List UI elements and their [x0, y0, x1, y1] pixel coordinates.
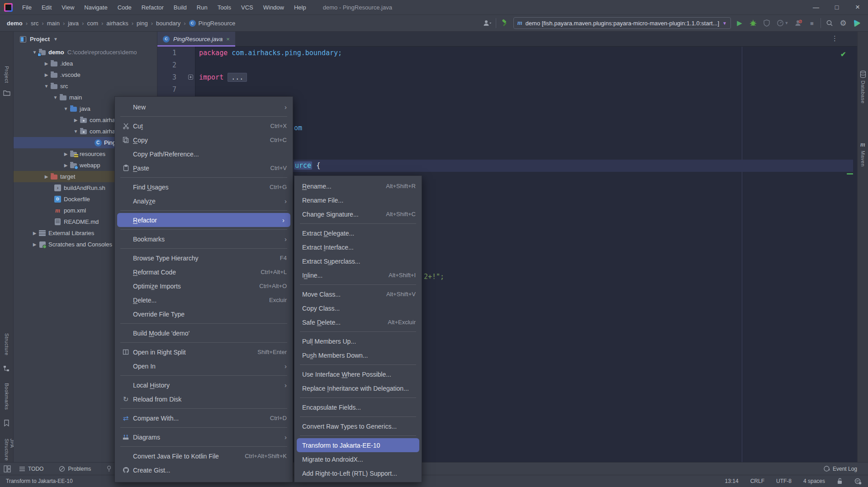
- submenu-item-encapsulate-fields[interactable]: Encapsulate Fields...: [294, 400, 422, 414]
- line-ending-widget[interactable]: CRLF: [750, 478, 764, 484]
- submenu-item-safe-delete[interactable]: Safe Delete...Alt+Excluir: [294, 315, 422, 329]
- tool-stripe-maven[interactable]: Maven: [860, 151, 866, 167]
- indent-widget[interactable]: 4 spaces: [803, 478, 825, 484]
- tree-item-idea[interactable]: ▶ .idea: [14, 58, 157, 69]
- tool-stripe-project[interactable]: Project: [4, 66, 9, 83]
- tool-stripe-structure[interactable]: Structure: [4, 333, 9, 355]
- event-log-button[interactable]: Event Log: [823, 465, 857, 472]
- menu-build[interactable]: Build: [169, 4, 192, 11]
- menu-item-reload-from-disk[interactable]: ↻Reload from Disk: [115, 392, 293, 406]
- submenu-item-extract-superclass[interactable]: Extract Superclass...: [294, 254, 422, 268]
- menu-edit[interactable]: Edit: [37, 4, 57, 11]
- menu-refactor[interactable]: Refactor: [137, 4, 169, 11]
- breadcrumb-item[interactable]: airhacks: [106, 20, 128, 27]
- coverage-button[interactable]: [762, 18, 772, 28]
- menu-item-reformat-code[interactable]: Reformat CodeCtrl+Alt+L: [115, 265, 293, 279]
- submenu-item-convert-raw-types[interactable]: Convert Raw Types to Generics...: [294, 419, 422, 433]
- menu-item-refactor[interactable]: Refactor›: [117, 213, 290, 227]
- menu-item-open-in[interactable]: Open In›: [115, 359, 293, 373]
- submenu-item-inline[interactable]: Inline...Alt+Shift+I: [294, 268, 422, 282]
- menu-item-create-gist[interactable]: Create Gist...: [115, 463, 293, 477]
- encoding-widget[interactable]: UTF-8: [776, 478, 792, 484]
- menu-item-convert-to-kotlin[interactable]: Convert Java File to Kotlin FileCtrl+Alt…: [115, 449, 293, 463]
- submenu-item-change-signature[interactable]: Change Signature...Alt+Shift+C: [294, 207, 422, 221]
- menu-help[interactable]: Help: [289, 4, 311, 11]
- debug-button[interactable]: [748, 18, 758, 28]
- menu-item-optimize-imports[interactable]: Optimize ImportsCtrl+Alt+O: [115, 279, 293, 293]
- tree-item-src[interactable]: ▼ src: [14, 80, 157, 92]
- editor-options-kebab-icon[interactable]: ⋮: [831, 34, 838, 43]
- submenu-item-transform-to-jakarta-ee-10[interactable]: Transform to Jakarta-EE-10: [297, 438, 419, 452]
- submenu-item-pull-members-up[interactable]: Pull Members Up...: [294, 334, 422, 348]
- breadcrumb-item[interactable]: PingResource: [199, 20, 236, 27]
- menu-item-analyze[interactable]: Analyze›: [115, 194, 293, 208]
- profiler-button[interactable]: ▼: [775, 18, 790, 28]
- menu-window[interactable]: Window: [258, 4, 289, 11]
- menu-item-bookmarks[interactable]: Bookmarks›: [115, 232, 293, 246]
- menu-view[interactable]: View: [57, 4, 79, 11]
- menu-item-copy[interactable]: CopyCtrl+C: [115, 133, 293, 147]
- menu-item-cut[interactable]: CutCtrl+X: [115, 119, 293, 133]
- menu-file[interactable]: File: [17, 4, 37, 11]
- project-panel-header[interactable]: Project ▼: [14, 32, 157, 47]
- fold-expand-icon[interactable]: [188, 75, 193, 80]
- menu-run[interactable]: Run: [192, 4, 213, 11]
- submenu-item-migrate-to-androidx[interactable]: Migrate to AndroidX...: [294, 452, 422, 466]
- todo-tab[interactable]: TODO: [19, 466, 43, 472]
- submenu-item-add-rtl-support[interactable]: Add Right-to-Left (RTL) Support...: [294, 466, 422, 480]
- search-everywhere-icon[interactable]: [825, 18, 835, 28]
- submenu-item-rename-file[interactable]: Rename File...: [294, 193, 422, 207]
- menu-item-compare-with[interactable]: ⇄Compare With...Ctrl+D: [115, 411, 293, 425]
- breadcrumb-item[interactable]: com: [87, 20, 98, 27]
- attach-debugger-button[interactable]: [793, 18, 803, 28]
- inspections-ok-icon[interactable]: ✔: [840, 50, 846, 58]
- menu-item-local-history[interactable]: Local History›: [115, 378, 293, 392]
- tab-pingresource[interactable]: C PingResource.java ×: [157, 32, 235, 47]
- submenu-item-rename[interactable]: Rename...Alt+Shift+R: [294, 179, 422, 193]
- breadcrumb-item[interactable]: ping: [137, 20, 148, 27]
- lock-icon[interactable]: [837, 478, 843, 484]
- menu-item-browse-type-hierarchy[interactable]: Browse Type HierarchyF4: [115, 251, 293, 265]
- highlighting-level-icon[interactable]: [854, 478, 862, 485]
- menu-item-open-in-right-split[interactable]: Open in Right SplitShift+Enter: [115, 345, 293, 359]
- close-button[interactable]: ×: [847, 3, 868, 12]
- breadcrumb-item[interactable]: java: [68, 20, 79, 27]
- settings-gear-icon[interactable]: ⚙: [838, 18, 848, 28]
- menu-code[interactable]: Code: [113, 4, 137, 11]
- breadcrumb-item[interactable]: demo: [7, 20, 23, 27]
- submenu-item-extract-interface[interactable]: Extract Interface...: [294, 240, 422, 254]
- maximize-button[interactable]: □: [826, 4, 847, 11]
- run-configuration-select[interactable]: m demo [fish.payara.maven.plugins:payara…: [513, 17, 731, 29]
- submenu-item-replace-inheritance[interactable]: Replace Inheritance with Delegation...: [294, 381, 422, 395]
- tree-item-demo[interactable]: ▼ demo C:\code\reproducers\demo: [14, 47, 157, 58]
- tool-stripe-bookmarks[interactable]: Bookmarks: [4, 383, 9, 410]
- menu-tools[interactable]: Tools: [213, 4, 236, 11]
- build-hammer-icon[interactable]: [500, 18, 510, 28]
- minimize-button[interactable]: —: [806, 4, 826, 11]
- menu-item-new[interactable]: New›: [115, 100, 293, 114]
- menu-vcs[interactable]: VCS: [236, 4, 258, 11]
- breadcrumb-item[interactable]: src: [31, 20, 38, 27]
- problems-tab[interactable]: Problems: [59, 466, 91, 472]
- tree-item-vscode[interactable]: ▶ .vscode: [14, 69, 157, 80]
- submenu-item-copy-class[interactable]: Copy Class...: [294, 301, 422, 315]
- submenu-item-push-members-down[interactable]: Push Members Down...: [294, 348, 422, 362]
- menu-item-build-module[interactable]: Build Module 'demo': [115, 326, 293, 340]
- breadcrumb-item[interactable]: boundary: [156, 20, 180, 27]
- menu-item-diagrams[interactable]: Diagrams›: [115, 430, 293, 444]
- menu-item-override-file-type[interactable]: Override File Type: [115, 307, 293, 321]
- run-button[interactable]: ▶: [735, 18, 745, 28]
- menu-item-delete[interactable]: Delete...Excluir: [115, 293, 293, 307]
- submenu-item-move-class[interactable]: Move Class...Alt+Shift+V: [294, 287, 422, 301]
- menu-item-copy-path[interactable]: Copy Path/Reference...: [115, 147, 293, 161]
- submenu-item-use-interface[interactable]: Use Interface Where Possible...: [294, 367, 422, 381]
- menu-item-find-usages[interactable]: Find UsagesCtrl+G: [115, 180, 293, 194]
- tab-close-icon[interactable]: ×: [226, 36, 230, 43]
- menu-item-paste[interactable]: PasteCtrl+V: [115, 161, 293, 175]
- folded-imports[interactable]: ...: [228, 73, 247, 82]
- tool-stripe-database[interactable]: Database: [860, 80, 866, 104]
- menu-navigate[interactable]: Navigate: [79, 4, 112, 11]
- payara-logo-icon[interactable]: [852, 18, 862, 28]
- profile-user-icon[interactable]: [482, 18, 492, 28]
- breadcrumb-item[interactable]: main: [47, 20, 60, 27]
